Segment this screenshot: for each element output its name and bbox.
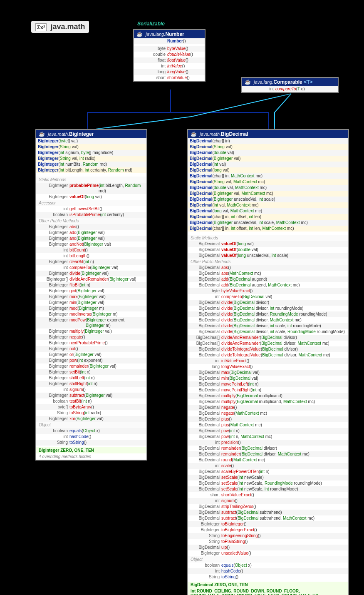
method: BigInteger nextProbablePrime () bbox=[36, 340, 146, 346]
method: BigInteger mod (BigInteger m) bbox=[36, 306, 146, 311]
method: int bitLength () bbox=[36, 253, 146, 259]
constructor: BigDecimal (char[] in, int offset, int l… bbox=[188, 214, 348, 220]
method: BigDecimal negate () bbox=[188, 405, 348, 411]
method: BigDecimal[] divideAndRemainder (BigDeci… bbox=[188, 341, 348, 346]
constructor: BigInteger (int numBits, Random rnd) bbox=[36, 162, 146, 167]
method: BigDecimal plus (MathContext mc) bbox=[188, 422, 348, 428]
method: boolean equals (Object x) bbox=[188, 563, 348, 568]
method: int compareTo (BigDecimal val) bbox=[188, 294, 348, 300]
method: int intValue () bbox=[134, 63, 205, 69]
method: BigInteger pow (int exponent) bbox=[36, 358, 146, 363]
method: double doubleValue () bbox=[134, 52, 205, 57]
method: boolean equals (Object x) bbox=[36, 428, 146, 434]
section-header: Other Public Methods bbox=[188, 259, 348, 265]
method: BigInteger valueOf (long val) bbox=[36, 194, 146, 200]
serializable-link[interactable]: Serializable bbox=[137, 21, 165, 27]
constructor: BigDecimal (long val, MathContext mc) bbox=[188, 208, 348, 214]
section-header: Static Methods bbox=[188, 235, 348, 241]
method: long longValueExact () bbox=[188, 364, 348, 370]
constructor: BigDecimal (char[] in, MathContext mc) bbox=[188, 173, 348, 179]
method: BigInteger multiply (BigInteger val) bbox=[36, 329, 146, 334]
method: float floatValue () bbox=[134, 57, 205, 63]
class-header: ☕ java.math.BigInteger bbox=[36, 130, 146, 138]
method: String toPlainString () bbox=[188, 539, 348, 545]
constructor: BigInteger (String val) bbox=[36, 144, 146, 150]
constructor: BigInteger (String val, int radix) bbox=[36, 156, 146, 162]
constructor: BigDecimal (int val, MathContext mc) bbox=[188, 202, 348, 208]
method: BigInteger probablePrime (int bitLength,… bbox=[36, 183, 146, 194]
method: BigDecimal subtract (BigDecimal subtrahe… bbox=[188, 510, 348, 515]
method: BigInteger[] divideAndRemainder (BigInte… bbox=[36, 276, 146, 282]
method: byte byteValue () bbox=[134, 46, 205, 52]
method: byte[] toByteArray () bbox=[36, 404, 146, 410]
method: BigInteger xor (BigInteger val) bbox=[36, 416, 146, 422]
method: BigDecimal setScale (int newScale, Round… bbox=[188, 480, 348, 486]
method: long longValue () bbox=[134, 69, 205, 75]
page-title: Σx² java.math bbox=[31, 21, 89, 33]
method: BigInteger min (BigInteger val) bbox=[36, 300, 146, 306]
method: BigInteger toBigIntegerExact () bbox=[188, 527, 348, 533]
method: BigDecimal valueOf (long val) bbox=[188, 241, 348, 247]
method: int intValueExact () bbox=[188, 358, 348, 364]
method: BigInteger modPow (BigInteger exponent, … bbox=[36, 317, 146, 329]
constants: BigInteger ZERO, ONE, TEN bbox=[36, 447, 146, 453]
coffee-icon: ☕ bbox=[136, 31, 143, 37]
method: BigInteger abs () bbox=[36, 224, 146, 230]
method: BigInteger not () bbox=[36, 346, 146, 352]
method: BigInteger andNot (BigInteger val) bbox=[36, 241, 146, 247]
method: short shortValueExact () bbox=[188, 492, 348, 498]
method: String toString () bbox=[36, 440, 146, 446]
coffee-icon: ☕ bbox=[39, 131, 45, 137]
coffee-icon: ☕ bbox=[245, 79, 251, 85]
method: BigDecimal negate (MathContext mc) bbox=[188, 411, 348, 416]
method: int scale () bbox=[188, 463, 348, 469]
method: BigDecimal add (BigDecimal augend, MathC… bbox=[188, 282, 348, 288]
method: BigDecimal movePointLeft (int n) bbox=[188, 381, 348, 387]
method: int compareTo (T o) bbox=[242, 86, 338, 92]
constructor: BigDecimal (BigInteger unscaledVal, int … bbox=[188, 197, 348, 202]
method: BigInteger modInverse (BigInteger m) bbox=[36, 311, 146, 317]
method: int hashCode () bbox=[188, 568, 348, 574]
method: int precision () bbox=[188, 440, 348, 446]
constructor: BigDecimal (double val, MathContext mc) bbox=[188, 185, 348, 191]
class-header: ☕ java.lang.Number bbox=[134, 30, 205, 38]
constructor: BigDecimal (BigInteger val, MathContext … bbox=[188, 191, 348, 197]
method: BigDecimal max (BigDecimal val) bbox=[188, 370, 348, 376]
constructor: BigDecimal (char[] in) bbox=[188, 138, 348, 144]
method: BigInteger remainder (BigInteger val) bbox=[36, 363, 146, 369]
method: BigDecimal divideToIntegralValue (BigDec… bbox=[188, 346, 348, 352]
method: BigDecimal subtract (BigDecimal subtrahe… bbox=[188, 515, 348, 521]
hidden-note: 4 overriding methods hidden bbox=[36, 453, 146, 460]
method: BigDecimal setScale (int newScale) bbox=[188, 475, 348, 480]
page-title-text: java.math bbox=[50, 22, 85, 31]
constants: int ROUND_CEILING, ROUND_DOWN, ROUND_FLO… bbox=[188, 588, 348, 595]
method: BigInteger shiftRight (int n) bbox=[36, 381, 146, 387]
section-header: Static Methods bbox=[36, 177, 146, 183]
method: BigDecimal[] divideAndRemainder (BigDeci… bbox=[188, 335, 348, 341]
class-comparable: ☕ java.lang.Comparable <T> int compareTo… bbox=[241, 77, 339, 93]
method: BigDecimal divide (BigDecimal divisor, R… bbox=[188, 311, 348, 317]
constructor: BigDecimal (BigInteger unscaledVal, int … bbox=[188, 220, 348, 226]
method: BigInteger divide (BigInteger val) bbox=[36, 271, 146, 276]
method: BigDecimal scaleByPowerOfTen (int n) bbox=[188, 469, 348, 475]
class-bigdecimal: ☕ java.math.BigDecimal BigDecimal (char[… bbox=[187, 129, 349, 595]
coffee-icon: ☕ bbox=[191, 131, 197, 137]
method: BigDecimal divide (BigDecimal divisor, i… bbox=[188, 323, 348, 329]
sigma-icon: Σx² bbox=[35, 23, 47, 31]
class-header: ☕ java.lang.Comparable <T> bbox=[242, 78, 338, 86]
method: BigDecimal pow (int n) bbox=[188, 428, 348, 434]
method: BigDecimal pow (int n, MathContext mc) bbox=[188, 434, 348, 440]
method: String toEngineeringString () bbox=[188, 533, 348, 539]
constructor: BigDecimal (String val, MathContext mc) bbox=[188, 179, 348, 185]
method: BigDecimal remainder (BigDecimal divisor… bbox=[188, 451, 348, 457]
class-biginteger: ☕ java.math.BigInteger BigInteger (byte[… bbox=[35, 129, 147, 461]
section-header: Object bbox=[188, 556, 348, 563]
constructor: BigDecimal (long val) bbox=[188, 167, 348, 173]
method: BigDecimal abs () bbox=[188, 265, 348, 271]
constructor: BigDecimal (String val) bbox=[188, 144, 348, 150]
method: String toString () bbox=[188, 574, 348, 580]
method: BigDecimal multiply (BigDecimal multipli… bbox=[188, 399, 348, 405]
method: byte byteValueExact () bbox=[188, 288, 348, 294]
method: BigDecimal multiply (BigDecimal multipli… bbox=[188, 393, 348, 399]
method: BigDecimal divide (BigDecimal divisor) bbox=[188, 300, 348, 306]
